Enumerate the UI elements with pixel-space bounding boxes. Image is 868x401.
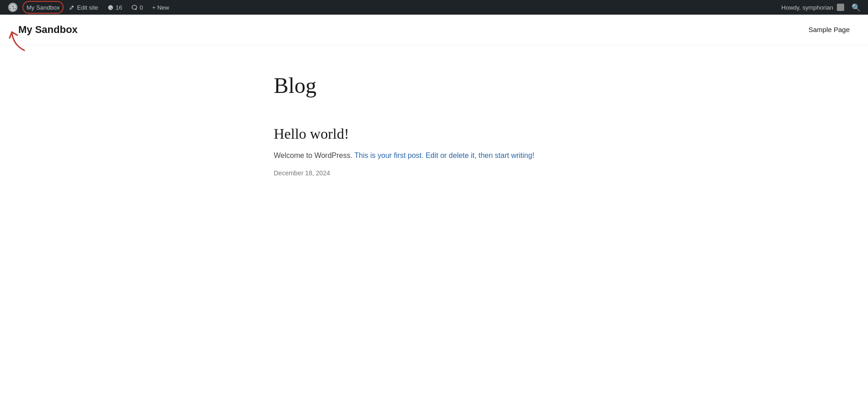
site-nav: Sample Page (808, 26, 850, 34)
post-excerpt: Welcome to WordPress. This is your first… (274, 150, 603, 162)
wp-logo-button[interactable] (4, 0, 22, 15)
updates-button[interactable]: 16 (103, 0, 127, 15)
howdy-text: Howdy, symphorian (781, 4, 833, 11)
comments-count: 0 (140, 4, 143, 11)
updates-icon (108, 5, 114, 11)
comments-icon (131, 5, 137, 11)
new-content-button[interactable]: + New (147, 0, 174, 15)
page-title: Blog (274, 73, 603, 98)
edit-site-button[interactable]: Edit site (64, 0, 103, 15)
site-main: Blog Hello world! Welcome to WordPress. … (255, 45, 613, 205)
blog-post: Hello world! Welcome to WordPress. This … (274, 125, 603, 177)
search-icon[interactable]: 🔍 (848, 3, 864, 12)
post-date: December 18, 2024 (274, 169, 330, 177)
my-sandbox-label: My Sandbox (27, 4, 60, 11)
comments-button[interactable]: 0 (127, 0, 147, 15)
post-title: Hello world! (274, 125, 603, 142)
new-label: + New (152, 4, 169, 11)
sample-page-link[interactable]: Sample Page (808, 26, 850, 33)
edit-site-label: Edit site (77, 4, 98, 11)
excerpt-before-link: Welcome to WordPress. (274, 152, 354, 159)
excerpt-link[interactable]: This is your first post. Edit or delete … (354, 152, 534, 159)
edit-site-icon (69, 5, 75, 11)
site-header: My Sandbox Sample Page (0, 15, 868, 45)
updates-count: 16 (116, 4, 122, 11)
user-avatar (837, 4, 844, 11)
my-sandbox-button[interactable]: My Sandbox (22, 0, 64, 15)
wp-logo-icon (8, 3, 17, 12)
admin-bar: My Sandbox Edit site 16 0 (0, 0, 868, 15)
post-title-link[interactable]: Hello world! (274, 125, 349, 142)
site-title[interactable]: My Sandbox (18, 24, 78, 36)
